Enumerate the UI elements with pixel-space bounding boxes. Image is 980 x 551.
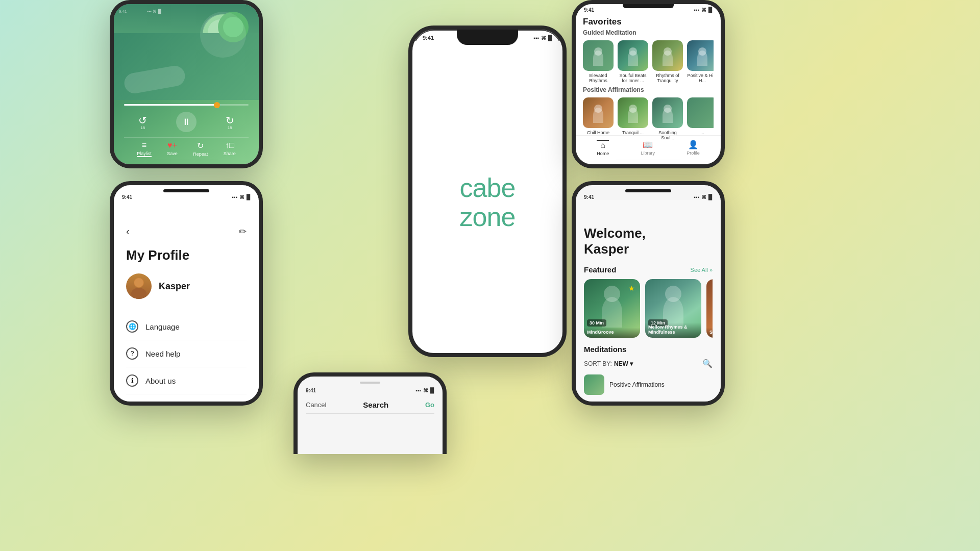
- nav-playlist[interactable]: ≡ Playlist: [137, 141, 152, 157]
- phone-search-screen: 9:41 ▪▪▪ ⌘ ▉ Cancel Search Go: [293, 372, 447, 454]
- playlist-icon: ≡: [142, 141, 146, 150]
- card-duration-mindgroove: 30 Min: [587, 319, 606, 327]
- back-button[interactable]: ‹: [126, 226, 130, 237]
- meditations-section: Meditations SORT BY: NEW ▾ 🔍 Positive Af…: [584, 345, 713, 397]
- svg-point-2: [134, 278, 143, 287]
- progress-bar[interactable]: [124, 104, 249, 106]
- meditation-item[interactable]: Positive Affirmations: [584, 372, 713, 397]
- nav-repeat[interactable]: ↻ Repeat: [193, 141, 208, 157]
- nav-save[interactable]: ♥+ Save: [167, 141, 178, 157]
- signal-icon: ▪▪▪: [533, 35, 539, 41]
- wifi-icon: ⌘: [541, 35, 546, 41]
- featured-label: Featured: [584, 265, 616, 274]
- list-item[interactable]: Rhythms of Tranquility: [652, 40, 683, 83]
- home-icon: ⌂: [600, 141, 605, 150]
- positive-affirmations-grid: Chill Home Tranquil ... Soothing Soul...…: [583, 97, 714, 140]
- help-icon: ?: [126, 347, 138, 360]
- share-icon: ↑□: [225, 141, 234, 150]
- cancel-button[interactable]: Cancel: [306, 401, 326, 409]
- avatar: [126, 273, 152, 299]
- player-bottom-nav: ≡ Playlist ♥+ Save ↻ Repeat ↑□ Share: [124, 137, 249, 161]
- phone-home-screen: 9:41 ▪▪▪ ⌘ ▉ Welcome,Kasper Featured See…: [572, 181, 725, 406]
- wifi-fav: ⌘: [701, 7, 706, 13]
- med-thumb: [584, 374, 604, 395]
- meditations-header: Meditations: [584, 345, 713, 354]
- meditations-label: Meditations: [584, 345, 626, 354]
- profile-content: ‹ ✏ My Profile Kasper 🌐: [114, 200, 259, 402]
- signal-fav: ▪▪▪: [694, 7, 699, 13]
- thumb-soothing: [652, 97, 683, 128]
- skip-forward-button[interactable]: ↻ 15: [226, 114, 234, 130]
- edit-button[interactable]: ✏: [239, 226, 247, 237]
- sort-row: SORT BY: NEW ▾ 🔍: [584, 359, 713, 368]
- about-menu-item[interactable]: ℹ About us: [126, 367, 247, 394]
- nav-profile-fav[interactable]: 👤 Profile: [687, 140, 700, 156]
- progress-fill: [124, 104, 217, 106]
- splash-content: cabe zone: [412, 41, 562, 357]
- list-item[interactable]: Elevated Rhythms: [583, 40, 614, 83]
- go-button[interactable]: Go: [425, 401, 434, 409]
- phone-player-screen: 9:41 ▪▪▪ ⌘ ▉ ↺: [110, 0, 263, 168]
- repeat-icon: ↻: [197, 141, 204, 151]
- time-splash: 9:41: [423, 35, 434, 41]
- info-icon: ℹ: [126, 374, 138, 387]
- library-icon: 📖: [643, 140, 653, 149]
- player-controls: ↺ 15 ⏸ ↻ 15 ≡ Playlist ♥+ Save: [114, 100, 259, 164]
- album-art: 9:41 ▪▪▪ ⌘ ▉: [114, 4, 259, 100]
- list-item[interactable]: Chill Home: [583, 97, 614, 140]
- see-all-button[interactable]: See All »: [691, 267, 713, 273]
- positive-affirmations-subtitle: Positive Affirmations: [583, 86, 714, 93]
- phone-profile-screen: 9:41 ▪▪▪ ⌘ ▉ ‹ ✏ My Profile: [110, 181, 263, 406]
- featured-card-soothing[interactable]: Soothing Session...: [706, 279, 713, 338]
- search-icon-home[interactable]: 🔍: [702, 359, 713, 368]
- med-name: Positive Affirmations: [609, 381, 665, 388]
- featured-card-mellow[interactable]: 12 Min Mellow Rhymes & Mindfulness: [645, 279, 701, 338]
- settings-menu-item[interactable]: ⚙ Settings: [126, 394, 247, 402]
- star-icon: ★: [628, 284, 635, 292]
- card-label-mellow: Mellow Rhymes & Mindfulness: [645, 322, 701, 338]
- search-input[interactable]: Search: [331, 400, 420, 409]
- app-logo: cabe zone: [460, 173, 516, 232]
- card-label-soothing: Soothing Session...: [706, 328, 713, 338]
- featured-header: Featured See All »: [584, 265, 713, 274]
- sort-new-button[interactable]: NEW ▾: [614, 360, 633, 367]
- battery-icon: ▉: [548, 35, 552, 41]
- battery-fav: ▉: [708, 7, 713, 13]
- nav-library-fav[interactable]: 📖 Library: [641, 140, 655, 156]
- featured-card-mindgroove[interactable]: ★ 30 Min MindGroove: [584, 279, 640, 338]
- profile-title: My Profile: [126, 247, 247, 263]
- time-home: 9:41: [584, 194, 594, 200]
- skip-back-button[interactable]: ↺ 15: [138, 114, 147, 130]
- album-art-figure: 9:41 ▪▪▪ ⌘ ▉: [114, 4, 259, 100]
- help-menu-item[interactable]: ? Need help: [126, 340, 247, 367]
- list-item[interactable]: ...: [687, 97, 714, 140]
- featured-section: Featured See All » ★ 30 Min MindGroove: [584, 265, 713, 338]
- search-bar: Cancel Search Go: [306, 396, 434, 414]
- thumb-extra: [687, 97, 714, 128]
- guided-meditation-subtitle: Guided Meditation: [583, 29, 714, 36]
- svg-point-1: [131, 288, 146, 299]
- time-search: 9:41: [306, 388, 316, 393]
- progress-dot: [214, 102, 220, 108]
- phone-favorites-screen: 9:41 ▪▪▪ ⌘ ▉ Favorites Guided Meditation…: [572, 0, 725, 168]
- language-menu-item[interactable]: 🌐 Language: [126, 313, 247, 340]
- globe-icon: 🌐: [126, 320, 138, 333]
- profile-icon-fav: 👤: [688, 140, 698, 149]
- list-item[interactable]: Soulful Beats for Inner ...: [618, 40, 648, 83]
- phone-splash-screen: 9:41 ▪▪▪ ⌘ ▉ cabe zone: [408, 26, 567, 357]
- home-content: Welcome,Kasper Featured See All » ★ 30 M…: [576, 200, 721, 402]
- welcome-text: Welcome,Kasper: [584, 226, 713, 257]
- card-label-mindgroove: MindGroove: [584, 328, 640, 338]
- list-item[interactable]: Tranquil ...: [618, 97, 648, 140]
- list-item[interactable]: Positive & Hip-H...: [687, 40, 714, 83]
- favorites-bottom-nav: ⌂ Home 📖 Library 👤 Profile: [576, 135, 721, 159]
- heart-icon: ♥+: [167, 141, 177, 150]
- avatar-image: [126, 273, 152, 299]
- nav-share[interactable]: ↑□ Share: [224, 141, 236, 157]
- thumb-tranquil: [618, 97, 648, 128]
- thumb-rhythms: [652, 40, 683, 71]
- pause-button[interactable]: ⏸: [176, 112, 197, 132]
- thumb-soulful: [618, 40, 648, 71]
- list-item[interactable]: Soothing Soul...: [652, 97, 683, 140]
- nav-home-fav[interactable]: ⌂ Home: [597, 140, 609, 156]
